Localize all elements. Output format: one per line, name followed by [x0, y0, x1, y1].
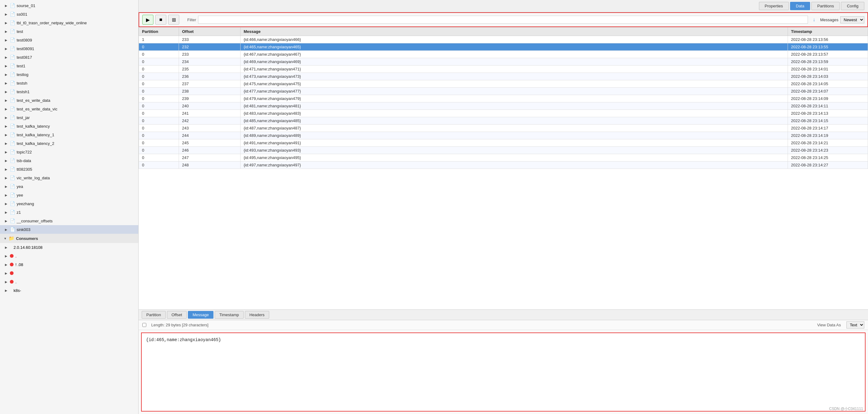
- topic-arrow: ▶: [5, 150, 10, 154]
- messages-order-select[interactable]: Newest: [840, 16, 864, 23]
- top-tab-data[interactable]: Data: [790, 2, 810, 10]
- sidebar-consumer-item[interactable]: ▶ k8s-: [0, 286, 138, 295]
- consumer-arrow: ▶: [5, 280, 10, 284]
- topic-label: __consumer_offsets: [17, 219, 53, 223]
- sidebar-topic-item[interactable]: ▶ 📄 tsb-data: [0, 156, 138, 165]
- sidebar-consumer-item[interactable]: ▶ 2.0.14.60:18108: [0, 243, 138, 252]
- topic-arrow: ▶: [5, 168, 10, 171]
- topic-label: yea: [17, 184, 23, 189]
- cell-offset: 233: [179, 36, 241, 43]
- table-row[interactable]: 0 244 {id:489,name:zhangxiaoyan489} 2022…: [139, 132, 868, 139]
- filter-refresh-button[interactable]: ↓: [810, 15, 818, 24]
- sidebar-topic-item[interactable]: ▶ 📄 test0817: [0, 53, 138, 62]
- cell-message: {id:477,name:zhangxiaoyan477}: [241, 88, 788, 95]
- sidebar-topic-item[interactable]: ▶ 📄 yea: [0, 182, 138, 191]
- detail-tab-partition[interactable]: Partition: [142, 311, 166, 319]
- top-tab-properties[interactable]: Properties: [759, 2, 789, 10]
- sidebar-topic-item[interactable]: ▶ 📄 test_kafka_latency_1: [0, 130, 138, 139]
- sidebar-topic-item[interactable]: ▶ 📄 sourse_01: [0, 1, 138, 10]
- sidebar-topic-item[interactable]: ▶ 📄 testsh1: [0, 88, 138, 96]
- sidebar-topic-item[interactable]: ▶ 📄 topic722: [0, 148, 138, 156]
- topic-label: test_jar: [17, 115, 30, 120]
- grid-button[interactable]: ⊞: [168, 15, 179, 25]
- table-row[interactable]: 0 242 {id:485,name:zhangxiaoyan485} 2022…: [139, 117, 868, 125]
- consumer-dot: [10, 280, 13, 284]
- topic-icon: 📄: [10, 167, 15, 172]
- table-row[interactable]: 0 246 {id:493,name:zhangxiaoyan493} 2022…: [139, 147, 868, 154]
- sidebar-topic-item[interactable]: ▶ 📄 test_kafka_latency_2: [0, 139, 138, 148]
- consumer-arrow: ▶: [5, 254, 10, 258]
- view-data-as-select[interactable]: Text: [846, 321, 864, 329]
- sidebar-topic-item[interactable]: ▶ 📄 tbl_t0_trasn_order_netpay_wide_onlin…: [0, 19, 138, 27]
- cell-message: {id:493,name:zhangxiaoyan493}: [241, 147, 788, 154]
- play-button[interactable]: ▶: [142, 15, 153, 25]
- cell-partition: 0: [139, 139, 179, 147]
- sidebar-topic-item[interactable]: ▶ 📄 test_jar: [0, 113, 138, 122]
- table-row[interactable]: 0 240 {id:481,name:zhangxiaoyan481} 2022…: [139, 102, 868, 110]
- sidebar-topic-item[interactable]: ▶ 📄 yeezhang: [0, 199, 138, 208]
- consumer-arrow: ▶: [5, 263, 10, 266]
- sidebar-consumer-item[interactable]: ▶ .: [0, 277, 138, 286]
- sidebar: ▶ 📄 sourse_01 ▶ 📄 ss001 ▶ 📄 tbl_t0_trasn…: [0, 0, 138, 414]
- top-tab-config[interactable]: Config: [841, 2, 864, 10]
- topic-icon: 📄: [10, 210, 15, 215]
- table-row[interactable]: 0 233 {id:467,name:zhangxiaoyan467} 2022…: [139, 51, 868, 58]
- sidebar-topic-item[interactable]: ▶ 📄 vic_write_log_data: [0, 173, 138, 182]
- sidebar-topic-item[interactable]: ▶ 📄 test: [0, 27, 138, 36]
- topic-label: testsh: [17, 81, 27, 85]
- sidebar-consumer-item[interactable]: ▶ ! .08: [0, 260, 138, 269]
- consumer-dot: [10, 263, 13, 266]
- table-row[interactable]: 0 232 {id:465,name:zhangxiaoyan465} 2022…: [139, 43, 868, 51]
- table-row[interactable]: 0 243 {id:487,name:zhangxiaoyan487} 2022…: [139, 125, 868, 132]
- table-wrapper[interactable]: Partition Offset Message Timestamp 1 233…: [138, 27, 868, 309]
- sidebar-topic-item[interactable]: ▶ 📄 tt082305: [0, 165, 138, 173]
- detail-checkbox[interactable]: [142, 323, 146, 327]
- table-row[interactable]: 0 245 {id:491,name:zhangxiaoyan491} 2022…: [139, 139, 868, 147]
- table-row[interactable]: 0 241 {id:483,name:zhangxiaoyan483} 2022…: [139, 110, 868, 117]
- sidebar-topic-item[interactable]: ▶ 📄 z1: [0, 208, 138, 216]
- topic-label: test: [17, 29, 23, 34]
- table-row[interactable]: 0 248 {id:497,name:zhangxiaoyan497} 2022…: [139, 162, 868, 169]
- topic-icon: 📄: [10, 184, 15, 189]
- table-row[interactable]: 0 239 {id:479,name:zhangxiaoyan479} 2022…: [139, 95, 868, 102]
- detail-tab-offset[interactable]: Offset: [167, 311, 187, 319]
- sidebar-topic-item[interactable]: ▶ 📄 test1: [0, 62, 138, 70]
- detail-tab-timestamp[interactable]: Timestamp: [215, 311, 244, 319]
- table-row[interactable]: 0 247 {id:495,name:zhangxiaoyan495} 2022…: [139, 154, 868, 162]
- filter-input[interactable]: [198, 16, 808, 24]
- consumers-group[interactable]: ▼ 📁 Consumers: [0, 234, 138, 243]
- topic-icon: 📄: [10, 72, 15, 77]
- sidebar-topic-item[interactable]: ▶ 📄 test_es_write_data_vic: [0, 105, 138, 113]
- sidebar-topic-item[interactable]: ▶ 📄 test_es_write_data: [0, 96, 138, 105]
- consumer-label: k8s-: [13, 288, 21, 293]
- detail-tab-message[interactable]: Message: [188, 311, 213, 319]
- table-row[interactable]: 1 233 {id:466,name:zhangxiaoyan466} 2022…: [139, 36, 868, 43]
- top-tab-partitions[interactable]: Partitions: [811, 2, 840, 10]
- sidebar-topic-item[interactable]: ▶ 📄 test0809: [0, 36, 138, 44]
- table-row[interactable]: 0 236 {id:473,name:zhangxiaoyan473} 2022…: [139, 73, 868, 80]
- detail-tab-headers[interactable]: Headers: [245, 311, 269, 319]
- cell-message: {id:473,name:zhangxiaoyan473}: [241, 73, 788, 80]
- topic-icon: 📄: [10, 132, 15, 137]
- stop-button[interactable]: ■: [155, 15, 166, 25]
- sidebar-topic-item[interactable]: ▶ 📄 test08091: [0, 44, 138, 53]
- cell-offset: 235: [179, 66, 241, 73]
- cell-offset: 242: [179, 117, 241, 125]
- consumers-folder-icon: 📁: [9, 236, 14, 241]
- table-row[interactable]: 0 237 {id:475,name:zhangxiaoyan475} 2022…: [139, 80, 868, 88]
- sidebar-consumer-item[interactable]: ▶: [0, 269, 138, 277]
- sidebar-topic-item[interactable]: ▶ 📄 testlog: [0, 70, 138, 79]
- sidebar-consumer-item[interactable]: ▶ .: [0, 252, 138, 260]
- table-row[interactable]: 0 234 {id:469,name:zhangxiaoyan469} 2022…: [139, 58, 868, 66]
- sidebar-topic-item[interactable]: ▶ 📄 __consumer_offsets: [0, 216, 138, 225]
- topic-arrow: ▶: [5, 202, 10, 205]
- sidebar-topic-item[interactable]: ▶ 📄 sink003: [0, 225, 138, 234]
- table-row[interactable]: 0 235 {id:471,name:zhangxiaoyan471} 2022…: [139, 66, 868, 73]
- sidebar-topic-item[interactable]: ▶ 📄 yee: [0, 191, 138, 199]
- table-row[interactable]: 0 238 {id:477,name:zhangxiaoyan477} 2022…: [139, 88, 868, 95]
- cell-timestamp: 2022-08-28 23:13:55: [788, 43, 868, 51]
- sidebar-topic-item[interactable]: ▶ 📄 test_kafka_latency: [0, 122, 138, 130]
- cell-message: {id:467,name:zhangxiaoyan467}: [241, 51, 788, 58]
- sidebar-topic-item[interactable]: ▶ 📄 ss001: [0, 10, 138, 19]
- sidebar-topic-item[interactable]: ▶ 📄 testsh: [0, 79, 138, 88]
